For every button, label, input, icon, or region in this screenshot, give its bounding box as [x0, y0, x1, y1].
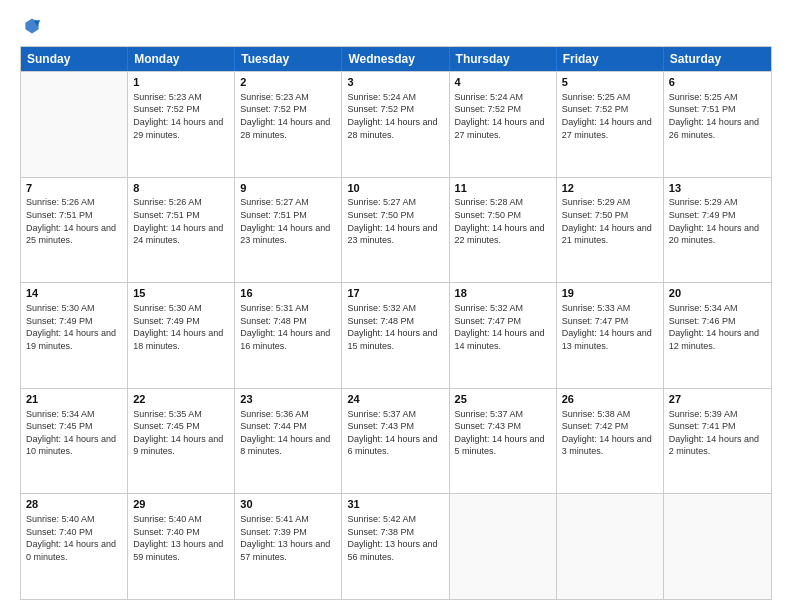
day-number: 15: [133, 286, 229, 301]
day-number: 10: [347, 181, 443, 196]
day-number: 21: [26, 392, 122, 407]
day-info: Sunrise: 5:27 AM Sunset: 7:51 PM Dayligh…: [240, 196, 336, 246]
day-info: Sunrise: 5:37 AM Sunset: 7:43 PM Dayligh…: [347, 408, 443, 458]
day-info: Sunrise: 5:34 AM Sunset: 7:46 PM Dayligh…: [669, 302, 766, 352]
calendar-body: 1Sunrise: 5:23 AM Sunset: 7:52 PM Daylig…: [21, 71, 771, 599]
calendar-day-4: 4Sunrise: 5:24 AM Sunset: 7:52 PM Daylig…: [450, 72, 557, 177]
day-header-saturday: Saturday: [664, 47, 771, 71]
calendar-empty-cell: [450, 494, 557, 599]
day-number: 27: [669, 392, 766, 407]
day-number: 9: [240, 181, 336, 196]
day-info: Sunrise: 5:31 AM Sunset: 7:48 PM Dayligh…: [240, 302, 336, 352]
calendar-day-21: 21Sunrise: 5:34 AM Sunset: 7:45 PM Dayli…: [21, 389, 128, 494]
calendar-day-7: 7Sunrise: 5:26 AM Sunset: 7:51 PM Daylig…: [21, 178, 128, 283]
calendar-day-1: 1Sunrise: 5:23 AM Sunset: 7:52 PM Daylig…: [128, 72, 235, 177]
day-number: 20: [669, 286, 766, 301]
day-info: Sunrise: 5:40 AM Sunset: 7:40 PM Dayligh…: [26, 513, 122, 563]
day-info: Sunrise: 5:37 AM Sunset: 7:43 PM Dayligh…: [455, 408, 551, 458]
day-number: 3: [347, 75, 443, 90]
calendar-day-28: 28Sunrise: 5:40 AM Sunset: 7:40 PM Dayli…: [21, 494, 128, 599]
day-info: Sunrise: 5:42 AM Sunset: 7:38 PM Dayligh…: [347, 513, 443, 563]
day-info: Sunrise: 5:26 AM Sunset: 7:51 PM Dayligh…: [133, 196, 229, 246]
day-number: 16: [240, 286, 336, 301]
day-info: Sunrise: 5:39 AM Sunset: 7:41 PM Dayligh…: [669, 408, 766, 458]
calendar-empty-cell: [557, 494, 664, 599]
day-info: Sunrise: 5:36 AM Sunset: 7:44 PM Dayligh…: [240, 408, 336, 458]
calendar-day-31: 31Sunrise: 5:42 AM Sunset: 7:38 PM Dayli…: [342, 494, 449, 599]
calendar-day-19: 19Sunrise: 5:33 AM Sunset: 7:47 PM Dayli…: [557, 283, 664, 388]
day-number: 17: [347, 286, 443, 301]
header: [20, 16, 772, 36]
day-info: Sunrise: 5:25 AM Sunset: 7:52 PM Dayligh…: [562, 91, 658, 141]
day-number: 14: [26, 286, 122, 301]
day-number: 31: [347, 497, 443, 512]
calendar-day-14: 14Sunrise: 5:30 AM Sunset: 7:49 PM Dayli…: [21, 283, 128, 388]
day-number: 18: [455, 286, 551, 301]
day-info: Sunrise: 5:32 AM Sunset: 7:48 PM Dayligh…: [347, 302, 443, 352]
day-info: Sunrise: 5:34 AM Sunset: 7:45 PM Dayligh…: [26, 408, 122, 458]
day-number: 11: [455, 181, 551, 196]
day-info: Sunrise: 5:30 AM Sunset: 7:49 PM Dayligh…: [133, 302, 229, 352]
day-number: 13: [669, 181, 766, 196]
day-info: Sunrise: 5:27 AM Sunset: 7:50 PM Dayligh…: [347, 196, 443, 246]
day-info: Sunrise: 5:23 AM Sunset: 7:52 PM Dayligh…: [133, 91, 229, 141]
calendar-day-10: 10Sunrise: 5:27 AM Sunset: 7:50 PM Dayli…: [342, 178, 449, 283]
calendar-day-27: 27Sunrise: 5:39 AM Sunset: 7:41 PM Dayli…: [664, 389, 771, 494]
calendar-day-25: 25Sunrise: 5:37 AM Sunset: 7:43 PM Dayli…: [450, 389, 557, 494]
day-info: Sunrise: 5:33 AM Sunset: 7:47 PM Dayligh…: [562, 302, 658, 352]
calendar-week-1: 1Sunrise: 5:23 AM Sunset: 7:52 PM Daylig…: [21, 71, 771, 177]
calendar-day-24: 24Sunrise: 5:37 AM Sunset: 7:43 PM Dayli…: [342, 389, 449, 494]
day-info: Sunrise: 5:40 AM Sunset: 7:40 PM Dayligh…: [133, 513, 229, 563]
day-number: 24: [347, 392, 443, 407]
day-info: Sunrise: 5:29 AM Sunset: 7:49 PM Dayligh…: [669, 196, 766, 246]
day-header-monday: Monday: [128, 47, 235, 71]
logo: [20, 16, 46, 36]
day-header-thursday: Thursday: [450, 47, 557, 71]
calendar-day-23: 23Sunrise: 5:36 AM Sunset: 7:44 PM Dayli…: [235, 389, 342, 494]
day-info: Sunrise: 5:23 AM Sunset: 7:52 PM Dayligh…: [240, 91, 336, 141]
day-number: 6: [669, 75, 766, 90]
calendar-day-22: 22Sunrise: 5:35 AM Sunset: 7:45 PM Dayli…: [128, 389, 235, 494]
logo-icon: [22, 16, 42, 36]
page: SundayMondayTuesdayWednesdayThursdayFrid…: [0, 0, 792, 612]
calendar-day-17: 17Sunrise: 5:32 AM Sunset: 7:48 PM Dayli…: [342, 283, 449, 388]
calendar-day-3: 3Sunrise: 5:24 AM Sunset: 7:52 PM Daylig…: [342, 72, 449, 177]
calendar-day-30: 30Sunrise: 5:41 AM Sunset: 7:39 PM Dayli…: [235, 494, 342, 599]
day-number: 26: [562, 392, 658, 407]
calendar-day-9: 9Sunrise: 5:27 AM Sunset: 7:51 PM Daylig…: [235, 178, 342, 283]
calendar-day-5: 5Sunrise: 5:25 AM Sunset: 7:52 PM Daylig…: [557, 72, 664, 177]
day-header-tuesday: Tuesday: [235, 47, 342, 71]
day-number: 12: [562, 181, 658, 196]
calendar-header: SundayMondayTuesdayWednesdayThursdayFrid…: [21, 47, 771, 71]
day-number: 25: [455, 392, 551, 407]
day-info: Sunrise: 5:35 AM Sunset: 7:45 PM Dayligh…: [133, 408, 229, 458]
day-header-wednesday: Wednesday: [342, 47, 449, 71]
day-number: 22: [133, 392, 229, 407]
day-header-sunday: Sunday: [21, 47, 128, 71]
calendar-day-29: 29Sunrise: 5:40 AM Sunset: 7:40 PM Dayli…: [128, 494, 235, 599]
day-info: Sunrise: 5:29 AM Sunset: 7:50 PM Dayligh…: [562, 196, 658, 246]
day-number: 4: [455, 75, 551, 90]
calendar-day-8: 8Sunrise: 5:26 AM Sunset: 7:51 PM Daylig…: [128, 178, 235, 283]
calendar-empty-cell: [664, 494, 771, 599]
calendar-day-2: 2Sunrise: 5:23 AM Sunset: 7:52 PM Daylig…: [235, 72, 342, 177]
day-info: Sunrise: 5:32 AM Sunset: 7:47 PM Dayligh…: [455, 302, 551, 352]
day-info: Sunrise: 5:41 AM Sunset: 7:39 PM Dayligh…: [240, 513, 336, 563]
calendar-day-18: 18Sunrise: 5:32 AM Sunset: 7:47 PM Dayli…: [450, 283, 557, 388]
calendar-week-4: 21Sunrise: 5:34 AM Sunset: 7:45 PM Dayli…: [21, 388, 771, 494]
day-info: Sunrise: 5:26 AM Sunset: 7:51 PM Dayligh…: [26, 196, 122, 246]
calendar-week-2: 7Sunrise: 5:26 AM Sunset: 7:51 PM Daylig…: [21, 177, 771, 283]
calendar: SundayMondayTuesdayWednesdayThursdayFrid…: [20, 46, 772, 600]
calendar-day-12: 12Sunrise: 5:29 AM Sunset: 7:50 PM Dayli…: [557, 178, 664, 283]
day-number: 1: [133, 75, 229, 90]
calendar-empty-cell: [21, 72, 128, 177]
day-info: Sunrise: 5:38 AM Sunset: 7:42 PM Dayligh…: [562, 408, 658, 458]
calendar-day-6: 6Sunrise: 5:25 AM Sunset: 7:51 PM Daylig…: [664, 72, 771, 177]
calendar-week-3: 14Sunrise: 5:30 AM Sunset: 7:49 PM Dayli…: [21, 282, 771, 388]
day-header-friday: Friday: [557, 47, 664, 71]
calendar-day-26: 26Sunrise: 5:38 AM Sunset: 7:42 PM Dayli…: [557, 389, 664, 494]
calendar-day-15: 15Sunrise: 5:30 AM Sunset: 7:49 PM Dayli…: [128, 283, 235, 388]
day-info: Sunrise: 5:30 AM Sunset: 7:49 PM Dayligh…: [26, 302, 122, 352]
calendar-day-11: 11Sunrise: 5:28 AM Sunset: 7:50 PM Dayli…: [450, 178, 557, 283]
day-number: 7: [26, 181, 122, 196]
